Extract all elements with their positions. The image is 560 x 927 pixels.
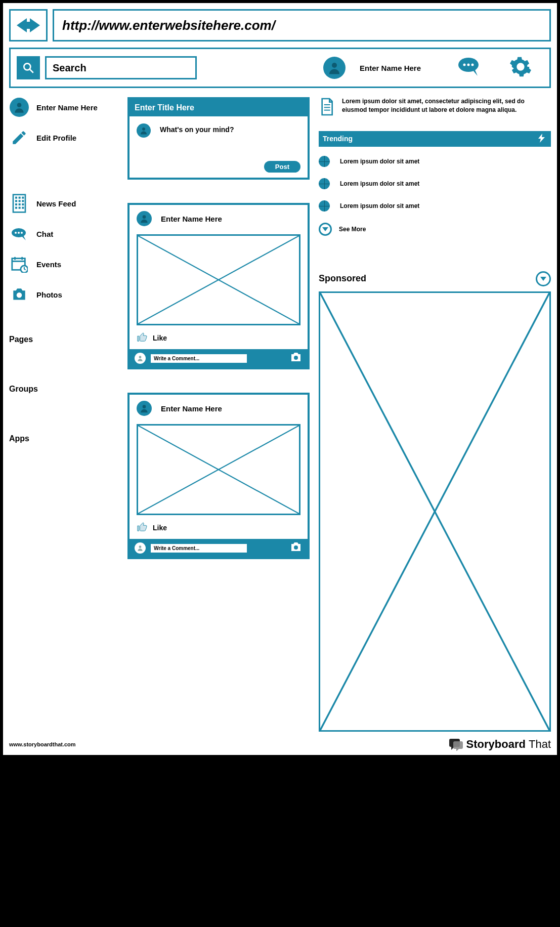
globe-icon [319, 200, 330, 212]
image-placeholder [137, 424, 300, 515]
sponsored-placeholder [319, 291, 551, 732]
svg-point-24 [18, 232, 20, 234]
compose-panel: Enter Title Here What's on your mind? Po… [127, 97, 310, 180]
globe-icon [319, 156, 330, 167]
pencil-icon [9, 128, 29, 148]
svg-point-40 [143, 405, 146, 408]
post-card: Enter Name Here Like Write a Comment... [127, 393, 310, 559]
brand-part2: That [529, 738, 551, 751]
thumbs-up-icon[interactable] [137, 521, 148, 534]
trending-text: Lorem ipsum dolor sit amet [340, 202, 419, 209]
trending-text: Lorem ipsum dolor sit amet [340, 180, 419, 187]
svg-point-8 [17, 103, 22, 107]
svg-rect-14 [19, 200, 21, 202]
chevron-down-icon[interactable] [536, 271, 551, 286]
trending-item[interactable]: Lorem ipsum dolor sit amet [319, 200, 551, 212]
right-sidebar: Lorem ipsum dolor sit amet, consectetur … [319, 97, 551, 732]
sidebar-profile-name: Enter Name Here [36, 103, 98, 112]
sidebar-item-events[interactable]: Events [9, 254, 115, 274]
sidebar-item-label: News Feed [36, 199, 76, 208]
trending-text: Lorem ipsum dolor sit amet [340, 158, 419, 165]
document-icon [319, 97, 336, 119]
svg-point-4 [463, 64, 466, 66]
svg-rect-12 [22, 197, 24, 199]
sidebar-section-apps[interactable]: Apps [9, 434, 115, 443]
search-icon[interactable] [17, 56, 40, 79]
url-bar[interactable]: http://www.enterwebsitehere.com/ [53, 9, 551, 41]
camera-icon[interactable] [289, 352, 303, 364]
brand-part1: Storyboard [466, 738, 526, 751]
svg-point-35 [143, 215, 146, 219]
trending-label: Trending [323, 135, 353, 143]
lightning-icon [537, 134, 547, 144]
calendar-icon [9, 254, 29, 274]
avatar-icon[interactable] [323, 57, 346, 79]
camera-icon [9, 284, 29, 305]
sidebar-edit-profile[interactable]: Edit Profile [9, 128, 115, 148]
chat-bubble-icon[interactable] [457, 57, 482, 79]
svg-point-34 [142, 128, 145, 131]
svg-rect-17 [19, 203, 21, 205]
svg-point-6 [471, 64, 474, 66]
sidebar-section-pages[interactable]: Pages [9, 335, 115, 344]
sidebar-section-groups[interactable]: Groups [9, 385, 115, 394]
svg-rect-11 [19, 197, 21, 199]
svg-point-43 [139, 545, 142, 548]
sidebar-item-label: Photos [36, 290, 62, 299]
svg-rect-19 [15, 207, 17, 209]
svg-point-7 [518, 64, 524, 70]
storyboardthat-logo: StoryboardThat [448, 738, 551, 751]
top-toolbar: Search Enter Name Here [9, 48, 551, 88]
svg-point-2 [332, 63, 337, 68]
avatar-icon [137, 211, 152, 226]
svg-point-33 [17, 292, 22, 298]
sponsored-heading: Sponsored [319, 273, 366, 284]
trending-item[interactable]: Lorem ipsum dolor sit amet [319, 178, 551, 189]
comment-bar: Write a Comment... [130, 539, 308, 557]
trending-item[interactable]: Lorem ipsum dolor sit amet [319, 156, 551, 167]
avatar-icon [135, 353, 146, 364]
svg-line-1 [30, 69, 33, 73]
post-author[interactable]: Enter Name Here [161, 404, 222, 413]
svg-rect-13 [15, 200, 17, 202]
comment-bar: Write a Comment... [130, 349, 308, 367]
svg-point-38 [139, 356, 142, 358]
footer-url: www.storyboardthat.com [9, 741, 76, 747]
left-sidebar: Enter Name Here Edit Profile News Feed [9, 97, 115, 732]
thumbs-up-icon[interactable] [137, 331, 148, 344]
post-button[interactable]: Post [264, 161, 300, 173]
post-card: Enter Name Here Like Write a Comment... [127, 203, 310, 369]
gear-icon[interactable] [509, 55, 532, 80]
svg-rect-20 [19, 207, 21, 209]
forward-arrow-icon[interactable] [30, 18, 40, 32]
compose-title: Enter Title Here [130, 99, 308, 116]
comment-input[interactable]: Write a Comment... [151, 354, 247, 363]
like-label[interactable]: Like [153, 524, 167, 532]
svg-rect-15 [22, 200, 24, 202]
sidebar-profile[interactable]: Enter Name Here [9, 97, 115, 117]
see-more-button[interactable]: See More [319, 223, 551, 236]
avatar-icon [10, 98, 29, 117]
sidebar-edit-profile-label: Edit Profile [36, 134, 76, 142]
sidebar-item-label: Events [36, 260, 61, 269]
sidebar-item-chat[interactable]: Chat [9, 224, 115, 244]
post-author[interactable]: Enter Name Here [161, 215, 222, 223]
like-label[interactable]: Like [153, 334, 167, 342]
svg-point-39 [294, 356, 298, 360]
avatar-icon [135, 542, 146, 554]
avatar-icon [137, 123, 151, 138]
browser-nav-buttons [9, 9, 48, 41]
camera-icon[interactable] [289, 542, 303, 554]
svg-point-23 [15, 232, 17, 234]
sidebar-item-newsfeed[interactable]: News Feed [9, 193, 115, 214]
sidebar-item-photos[interactable]: Photos [9, 284, 115, 305]
svg-rect-16 [15, 203, 17, 205]
sidebar-item-label: Chat [36, 230, 53, 238]
svg-point-0 [24, 63, 30, 70]
toolbar-username[interactable]: Enter Name Here [360, 64, 421, 72]
compose-prompt[interactable]: What's on your mind? [160, 125, 234, 134]
comment-input[interactable]: Write a Comment... [151, 544, 247, 553]
svg-rect-21 [22, 207, 24, 209]
see-more-label: See More [339, 226, 366, 233]
search-input[interactable]: Search [45, 56, 197, 79]
